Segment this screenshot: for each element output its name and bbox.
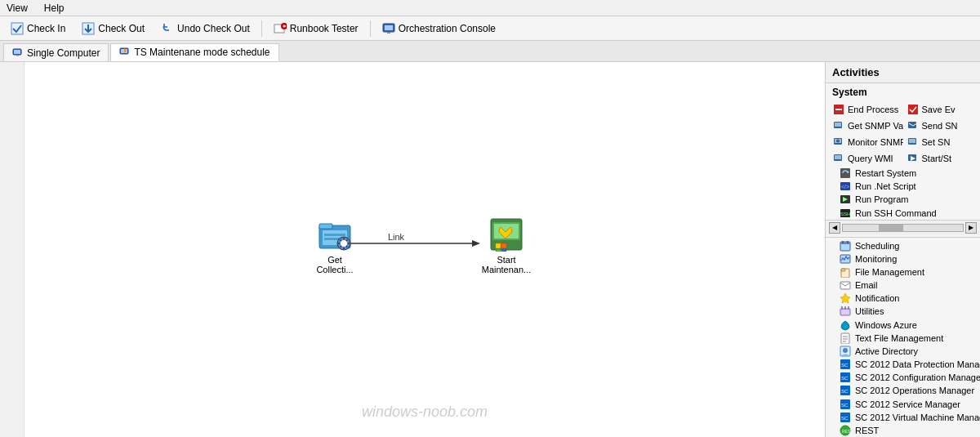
sc2012-dpm-label: SC 2012 Data Protection Manager bbox=[855, 359, 980, 369]
rest-item[interactable]: REST REST bbox=[826, 424, 980, 437]
scroll-track[interactable] bbox=[842, 224, 964, 232]
run-program-item[interactable]: Run Program bbox=[826, 193, 980, 206]
sc2012-cm-label: SC 2012 Configuration Manager bbox=[855, 372, 980, 382]
check-in-button[interactable]: Check In bbox=[3, 19, 73, 38]
monitor-snmp-icon bbox=[832, 136, 845, 149]
get-collection-node[interactable]: GetCollecti... bbox=[302, 217, 368, 274]
sc2012-dpm-item[interactable]: SC SC 2012 Data Protection Manager bbox=[826, 358, 980, 371]
utilities-item[interactable]: Utilities bbox=[826, 305, 980, 318]
run-ssh-command-item[interactable]: SSH Run SSH Command bbox=[826, 207, 980, 220]
scheduling-icon bbox=[839, 239, 852, 252]
save-ev-label: Save Ev bbox=[922, 105, 956, 114]
sc2012-cm-item[interactable]: SC SC 2012 Configuration Manager bbox=[826, 371, 980, 384]
save-ev-icon bbox=[906, 103, 920, 116]
svg-rect-25 bbox=[496, 243, 501, 248]
start-maintenance-label: StartMaintenan... bbox=[474, 255, 539, 274]
file-management-label: File Management bbox=[855, 267, 924, 277]
restart-system-item[interactable]: Restart System bbox=[826, 167, 980, 180]
sc2012-om-label: SC 2012 Operations Manager bbox=[855, 386, 974, 395]
set-sn-icon bbox=[906, 136, 920, 149]
monitor-snmp-item[interactable]: Monitor SNMP Trap bbox=[829, 134, 903, 150]
end-process-item[interactable]: End Process bbox=[829, 101, 903, 118]
svg-text:</>: </> bbox=[841, 184, 849, 190]
sc2012-sm-label: SC 2012 Service Manager bbox=[855, 399, 960, 409]
email-item[interactable]: Email bbox=[826, 279, 980, 292]
set-sn-label: Set SN bbox=[922, 137, 951, 147]
menu-help[interactable]: Help bbox=[41, 2, 68, 14]
notification-label: Notification bbox=[855, 293, 899, 303]
toolbar: Check In Check Out Undo Check Out Runboo… bbox=[0, 16, 980, 41]
utilities-label: Utilities bbox=[855, 306, 884, 316]
query-wmi-label: Query WMI bbox=[848, 154, 893, 163]
windows-azure-item[interactable]: Windows Azure bbox=[826, 318, 980, 331]
sc2012-vmm-item[interactable]: SC SC 2012 Virtual Machine Manager bbox=[826, 411, 980, 424]
svg-rect-8 bbox=[14, 50, 20, 54]
run-ssh-icon: SSH bbox=[839, 207, 852, 220]
get-snmp-icon bbox=[832, 119, 845, 132]
svg-text:SC: SC bbox=[841, 403, 849, 408]
save-ev-item[interactable]: Save Ev bbox=[903, 101, 978, 118]
check-out-button[interactable]: Check Out bbox=[74, 19, 152, 38]
svg-rect-26 bbox=[501, 243, 506, 248]
svg-rect-41 bbox=[835, 155, 841, 159]
workflow-canvas[interactable]: Link GetCollecti... bbox=[24, 62, 825, 437]
start-maintenance-node[interactable]: StartMaintenan... bbox=[474, 217, 539, 274]
main-layout: Link GetCollecti... bbox=[0, 62, 980, 437]
workflow-connection-svg: Link bbox=[24, 62, 825, 437]
system-section-header[interactable]: System bbox=[826, 83, 980, 101]
svg-rect-6 bbox=[387, 32, 390, 33]
system-items-grid: End Process Save Ev Get SNMP Variable bbox=[826, 101, 980, 167]
scroll-left-btn[interactable]: ◀ bbox=[829, 222, 840, 234]
runbook-tester-button[interactable]: Runbook Tester bbox=[266, 19, 366, 38]
undo-check-out-button[interactable]: Undo Check Out bbox=[154, 19, 257, 38]
scroll-right-btn[interactable]: ▶ bbox=[965, 222, 977, 234]
sc2012-om-item[interactable]: SC SC 2012 Operations Manager bbox=[826, 384, 980, 397]
svg-rect-30 bbox=[835, 109, 842, 110]
monitoring-label: Monitoring bbox=[855, 254, 897, 264]
single-computer-tab-icon bbox=[12, 47, 24, 59]
toolbar-sep2 bbox=[370, 20, 371, 37]
orchestration-console-label: Orchestration Console bbox=[399, 23, 496, 34]
query-wmi-icon bbox=[832, 152, 845, 165]
svg-rect-16 bbox=[319, 224, 332, 229]
left-panel bbox=[0, 62, 24, 437]
svg-rect-28 bbox=[501, 249, 506, 252]
run-program-icon bbox=[839, 193, 852, 206]
start-st-item[interactable]: Start/St bbox=[903, 150, 978, 167]
section-divider-1 bbox=[826, 237, 980, 238]
email-icon bbox=[839, 279, 852, 292]
tab-single-computer[interactable]: Single Computer bbox=[3, 43, 109, 61]
send-sn-item[interactable]: Send SN bbox=[903, 118, 978, 134]
tab-ts-maintenance[interactable]: TS Maintenane mode schedule bbox=[110, 43, 278, 61]
svg-rect-44 bbox=[840, 168, 850, 178]
undo-check-out-label: Undo Check Out bbox=[177, 23, 250, 34]
end-process-icon bbox=[832, 103, 845, 116]
orchestration-console-button[interactable]: Orchestration Console bbox=[375, 19, 503, 38]
svg-point-21 bbox=[341, 240, 347, 247]
file-management-item[interactable]: File Management bbox=[826, 265, 980, 279]
svg-text:SC: SC bbox=[841, 389, 849, 394]
check-in-icon bbox=[11, 22, 24, 35]
set-sn-item[interactable]: Set SN bbox=[903, 134, 978, 150]
text-file-management-item[interactable]: Text File Management bbox=[826, 332, 980, 345]
run-net-script-item[interactable]: </> Run .Net Script bbox=[826, 180, 980, 193]
svg-text:SSH: SSH bbox=[840, 212, 850, 216]
menu-view[interactable]: View bbox=[3, 2, 31, 14]
monitoring-item[interactable]: Monitoring bbox=[826, 252, 980, 265]
ts-maintenance-tab-icon bbox=[119, 47, 131, 58]
svg-rect-5 bbox=[385, 25, 393, 30]
notification-item[interactable]: Notification bbox=[826, 292, 980, 305]
svg-rect-31 bbox=[908, 105, 918, 114]
scheduling-item[interactable]: Scheduling bbox=[826, 239, 980, 252]
sc2012-vmm-icon: SC bbox=[839, 411, 852, 424]
active-directory-item[interactable]: Active Directory bbox=[826, 345, 980, 358]
get-snmp-label: Get SNMP Variable bbox=[848, 121, 903, 131]
send-sn-label: Send SN bbox=[922, 121, 958, 131]
sc2012-dpm-icon: SC bbox=[839, 358, 852, 371]
svg-rect-39 bbox=[909, 139, 915, 143]
utilities-icon bbox=[839, 305, 852, 318]
get-snmp-item[interactable]: Get SNMP Variable bbox=[829, 118, 903, 134]
sc2012-sm-item[interactable]: SC SC 2012 Service Manager bbox=[826, 398, 980, 411]
menu-bar: View Help bbox=[0, 0, 980, 16]
query-wmi-item[interactable]: Query WMI bbox=[829, 150, 903, 167]
